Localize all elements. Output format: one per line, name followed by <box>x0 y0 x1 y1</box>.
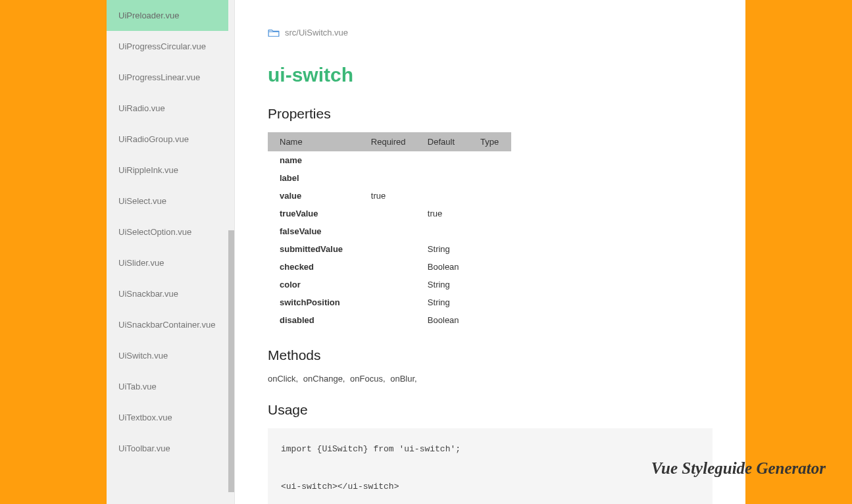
properties-table: Name Required Default Type namelabelvalu… <box>268 132 511 329</box>
table-row: name <box>268 151 511 169</box>
col-type: Type <box>474 132 511 151</box>
method-name: onFocus, <box>350 374 388 384</box>
component-title: ui-switch <box>268 64 713 86</box>
cell-name: submittedValue <box>268 240 364 258</box>
cell-type <box>474 240 511 258</box>
cell-name: value <box>268 187 364 205</box>
table-row: submittedValueString <box>268 240 511 258</box>
properties-heading: Properties <box>268 106 713 122</box>
cell-required: true <box>364 187 421 205</box>
sidebar: UiPreloader.vueUiProgressCircular.vueUiP… <box>107 0 235 504</box>
cell-type <box>474 311 511 329</box>
cell-required <box>364 222 421 240</box>
sidebar-item[interactable]: UiRadioGroup.vue <box>107 124 234 155</box>
cell-required <box>364 258 421 276</box>
cell-required <box>364 276 421 293</box>
scrollbar-track[interactable] <box>228 0 234 504</box>
breadcrumb: src/UiSwitch.vue <box>268 28 713 38</box>
table-row: colorString <box>268 276 511 293</box>
sidebar-item[interactable]: UiSnackbarContainer.vue <box>107 309 234 340</box>
cell-name: switchPosition <box>268 293 364 311</box>
table-row: disabledBoolean <box>268 311 511 329</box>
cell-type <box>474 151 511 169</box>
method-name: onChange, <box>303 374 347 384</box>
sidebar-item[interactable]: UiSelect.vue <box>107 186 234 216</box>
cell-name: color <box>268 276 364 293</box>
cell-required <box>364 151 421 169</box>
sidebar-item[interactable]: UiRippleInk.vue <box>107 155 234 186</box>
cell-default: true <box>421 205 474 222</box>
sidebar-item[interactable]: UiPreloader.vue <box>107 0 234 31</box>
main-content: src/UiSwitch.vue ui-switch Properties Na… <box>235 0 745 504</box>
cell-required <box>364 293 421 311</box>
table-row: switchPositionString <box>268 293 511 311</box>
cell-type <box>474 205 511 222</box>
methods-heading: Methods <box>268 347 713 363</box>
cell-required <box>364 205 421 222</box>
scrollbar-thumb[interactable] <box>228 230 234 492</box>
sidebar-item[interactable]: UiTextbox.vue <box>107 402 234 433</box>
cell-type <box>474 222 511 240</box>
sidebar-item[interactable]: UiRadio.vue <box>107 93 234 124</box>
folder-icon <box>268 28 280 38</box>
cell-name: name <box>268 151 364 169</box>
cell-default: String <box>421 293 474 311</box>
cell-name: disabled <box>268 311 364 329</box>
table-row: trueValuetrue <box>268 205 511 222</box>
method-name: onClick, <box>268 374 301 384</box>
table-row: falseValue <box>268 222 511 240</box>
props-header-row: Name Required Default Type <box>268 132 511 151</box>
cell-type <box>474 276 511 293</box>
cell-name: checked <box>268 258 364 276</box>
breadcrumb-path: src/UiSwitch.vue <box>285 28 348 38</box>
sidebar-item[interactable]: UiTab.vue <box>107 371 234 402</box>
cell-required <box>364 240 421 258</box>
cell-type <box>474 293 511 311</box>
col-default: Default <box>421 132 474 151</box>
table-row: checkedBoolean <box>268 258 511 276</box>
usage-code: import {UiSwitch} from 'ui-switch'; <ui-… <box>268 428 713 504</box>
sidebar-item[interactable]: UiProgressCircular.vue <box>107 31 234 62</box>
col-required: Required <box>364 132 421 151</box>
cell-default: String <box>421 240 474 258</box>
cell-default <box>421 169 474 187</box>
table-row: label <box>268 169 511 187</box>
sidebar-item[interactable]: UiToolbar.vue <box>107 433 234 464</box>
cell-name: label <box>268 169 364 187</box>
method-name: onBlur, <box>390 374 416 384</box>
cell-type <box>474 169 511 187</box>
cell-name: falseValue <box>268 222 364 240</box>
app-frame: UiPreloader.vueUiProgressCircular.vueUiP… <box>107 0 745 504</box>
sidebar-item[interactable]: UiSnackbar.vue <box>107 278 234 309</box>
cell-required <box>364 311 421 329</box>
cell-name: trueValue <box>268 205 364 222</box>
col-name: Name <box>268 132 364 151</box>
methods-list: onClick, onChange, onFocus, onBlur, <box>268 374 713 384</box>
cell-type <box>474 187 511 205</box>
cell-required <box>364 169 421 187</box>
sidebar-item[interactable]: UiSelectOption.vue <box>107 216 234 247</box>
table-row: valuetrue <box>268 187 511 205</box>
watermark: Vue Styleguide Generator <box>651 459 826 478</box>
cell-type <box>474 258 511 276</box>
cell-default: Boolean <box>421 258 474 276</box>
cell-default <box>421 151 474 169</box>
cell-default: Boolean <box>421 311 474 329</box>
cell-default: String <box>421 276 474 293</box>
cell-default <box>421 187 474 205</box>
cell-default <box>421 222 474 240</box>
sidebar-item[interactable]: UiSwitch.vue <box>107 340 234 371</box>
sidebar-item[interactable]: UiProgressLinear.vue <box>107 62 234 93</box>
sidebar-item[interactable]: UiSlider.vue <box>107 247 234 278</box>
usage-heading: Usage <box>268 402 713 418</box>
